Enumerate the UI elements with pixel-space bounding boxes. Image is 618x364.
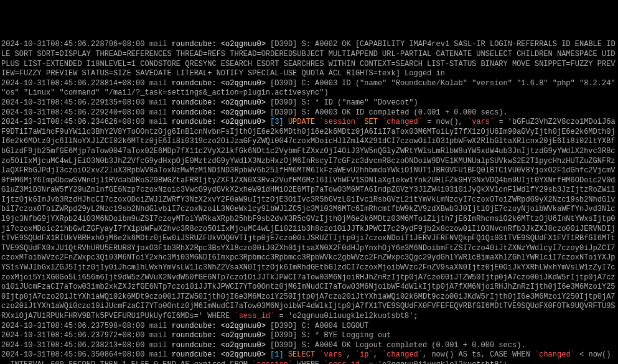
query-number: [3] — [270, 118, 284, 126]
process: roundcube: — [172, 331, 217, 340]
process: roundcube: — [172, 108, 217, 117]
log-line: 2024-10-31T08:45:06.228706+08:00 mail ro… — [1, 40, 617, 78]
sql-column: `vars` — [467, 118, 494, 126]
log-message: [D39D] S: A0003 OK ID completed (0.001 +… — [270, 108, 508, 117]
sql-column: `vars` — [319, 350, 346, 359]
log-message: [D39D] S: A0004 OK Logout completed (0.0… — [270, 341, 525, 350]
timestamp: 2024-10-31T08:45:06.238213+08:00 — [1, 341, 144, 350]
sql-column: `sess_id` — [234, 312, 274, 320]
log-line: 2024-10-31T08:45:06.234626+08:00 mail ro… — [1, 118, 617, 321]
log-line: 2024-10-31T08:45:06.237972+08:00 mail ro… — [1, 331, 617, 341]
timestamp: 2024-10-31T08:45:06.237598+08:00 — [1, 322, 144, 330]
log-line: 2024-10-31T08:45:06.229240+08:00 mail ro… — [1, 108, 617, 118]
process: roundcube: — [172, 350, 217, 359]
session-tag: <o2qgnuu0> — [221, 341, 266, 350]
host: mail — [149, 98, 167, 107]
sql-text: = 'o2qgnuu0i1uugklel2kuotsbt8'; — [364, 360, 507, 364]
host: mail — [149, 341, 167, 350]
log-line: 2024-10-31T08:45:06.237598+08:00 mail ro… — [1, 322, 617, 332]
process: roundcube: — [172, 98, 217, 107]
log-message: [D39D] S: * BYE Logging out — [270, 331, 391, 340]
timestamp: 2024-10-31T08:45:06.229240+08:00 — [1, 108, 144, 117]
sql-column: `changed` — [382, 118, 423, 126]
sql-text: WHERE — [293, 360, 324, 364]
log-line: 2024-10-31T08:45:06.228814+08:00 mail ro… — [1, 79, 617, 98]
sql-keyword: SELECT — [288, 350, 319, 359]
sql-table: `session` — [319, 118, 360, 126]
sql-keyword: SET — [360, 118, 382, 126]
host: mail — [149, 331, 167, 340]
process: roundcube: — [172, 40, 217, 49]
session-tag: <o2qgnuu0> — [221, 40, 266, 49]
host: mail — [149, 108, 167, 117]
timestamp: 2024-10-31T08:45:06.228706+08:00 — [1, 40, 144, 49]
session-tag: <o2qgnuu0> — [221, 118, 266, 126]
session-tag: <o2qgnuu0> — [221, 350, 266, 359]
timestamp: 2024-10-31T08:45:06.234626+08:00 — [1, 118, 144, 126]
host: mail — [149, 350, 167, 359]
host: mail — [149, 40, 167, 49]
timestamp: 2024-10-31T08:45:06.229135+08:00 — [1, 98, 144, 107]
session-tag: <o2qgnuu0> — [221, 108, 266, 117]
timestamp: 2024-10-31T08:45:06.350864+08:00 — [1, 350, 144, 359]
log-line: 2024-10-31T08:45:06.229135+08:00 mail ro… — [1, 98, 617, 108]
log-line: 2024-10-31T08:45:06.350864+08:00 mail ro… — [1, 350, 617, 364]
sql-text: , now() AS ts, CASE WHEN — [423, 350, 535, 359]
process: roundcube: — [172, 118, 217, 126]
host: mail — [149, 118, 167, 126]
sql-table: `session` — [252, 360, 293, 364]
sql-text: = now(), — [423, 118, 467, 126]
timestamp: 2024-10-31T08:45:06.237972+08:00 — [1, 331, 144, 340]
host: mail — [149, 322, 167, 330]
log-message: [D39D] C: A0004 LOGOUT — [270, 322, 368, 330]
session-tag: <o2qgnuu0> — [221, 322, 266, 330]
process: roundcube: — [172, 341, 217, 350]
log-message: [D39D] S: * ID ("name" "Dovecot") — [270, 98, 418, 107]
sql-value: = 'bGFuZ3VhZ2V8czo1MDoiJ6aF9DTiI7aW1hcF9… — [1, 118, 616, 320]
process: roundcube: — [172, 79, 217, 88]
query-number: [1] — [270, 350, 284, 359]
sql-column: `changed` — [382, 350, 423, 359]
host: mail — [149, 79, 167, 88]
sql-column: `sess_id` — [324, 360, 365, 364]
sql-keyword: UPDATE — [288, 118, 319, 126]
terminal-log: 2024-10-31T08:45:06.228706+08:00 mail ro… — [1, 40, 617, 364]
sql-column: `ip` — [355, 350, 373, 359]
sql-column: `changed` — [535, 350, 575, 359]
session-tag: <o2qgnuu0> — [221, 98, 266, 107]
session-tag: <o2qgnuu0> — [221, 331, 266, 340]
log-line: 2024-10-31T08:45:06.238213+08:00 mail ro… — [1, 341, 617, 351]
timestamp: 2024-10-31T08:45:06.228814+08:00 — [1, 79, 144, 88]
process: roundcube: — [172, 322, 217, 330]
session-tag: <o2qgnuu0> — [221, 79, 266, 88]
sql-text: = 'o2qgnuu0i1uugklel2kuotsbt8'; — [274, 312, 418, 320]
